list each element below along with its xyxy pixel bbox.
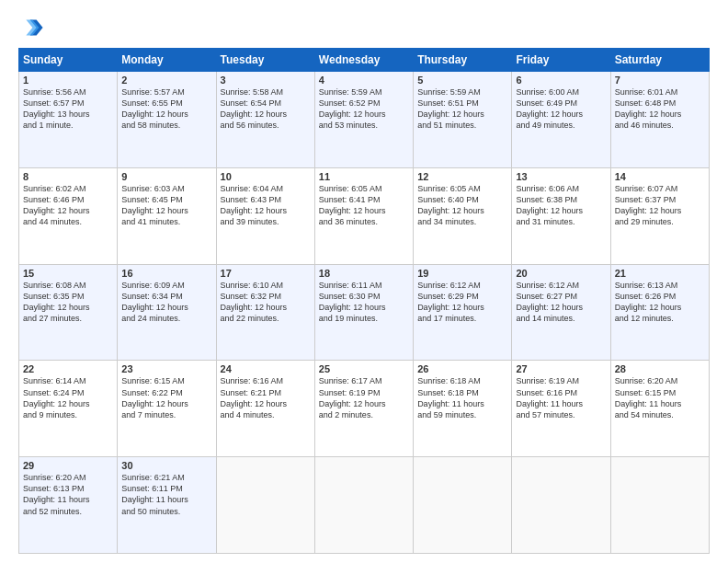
col-header-tuesday: Tuesday (216, 49, 314, 72)
calendar-cell: 22Sunrise: 6:14 AM Sunset: 6:24 PM Dayli… (19, 361, 118, 457)
calendar-cell: 12Sunrise: 6:05 AM Sunset: 6:40 PM Dayli… (414, 167, 512, 264)
day-info: Sunrise: 6:09 AM Sunset: 6:34 PM Dayligh… (121, 280, 211, 325)
day-number: 25 (319, 363, 409, 374)
day-number: 23 (121, 363, 211, 374)
calendar-cell: 23Sunrise: 6:15 AM Sunset: 6:22 PM Dayli… (118, 361, 216, 457)
day-number: 7 (615, 75, 705, 86)
day-info: Sunrise: 6:02 AM Sunset: 6:46 PM Dayligh… (23, 183, 113, 228)
day-info: Sunrise: 6:08 AM Sunset: 6:35 PM Dayligh… (23, 280, 113, 325)
col-header-friday: Friday (512, 49, 610, 72)
day-number: 6 (516, 75, 606, 86)
calendar-cell: 5Sunrise: 5:59 AM Sunset: 6:51 PM Daylig… (414, 72, 512, 168)
calendar-body: 1Sunrise: 5:56 AM Sunset: 6:57 PM Daylig… (19, 72, 710, 554)
calendar-week-row: 8Sunrise: 6:02 AM Sunset: 6:46 PM Daylig… (19, 167, 710, 264)
day-info: Sunrise: 5:56 AM Sunset: 6:57 PM Dayligh… (23, 86, 113, 132)
day-info: Sunrise: 6:20 AM Sunset: 6:13 PM Dayligh… (23, 472, 113, 517)
calendar-cell: 24Sunrise: 6:16 AM Sunset: 6:21 PM Dayli… (216, 361, 314, 457)
day-number: 21 (615, 268, 705, 279)
day-info: Sunrise: 5:57 AM Sunset: 6:55 PM Dayligh… (121, 86, 211, 132)
day-info: Sunrise: 6:00 AM Sunset: 6:49 PM Dayligh… (516, 86, 606, 132)
calendar-cell: 30Sunrise: 6:21 AM Sunset: 6:11 PM Dayli… (118, 457, 216, 554)
day-info: Sunrise: 6:17 AM Sunset: 6:19 PM Dayligh… (319, 375, 409, 420)
day-info: Sunrise: 6:05 AM Sunset: 6:40 PM Dayligh… (417, 183, 507, 228)
calendar-cell: 15Sunrise: 6:08 AM Sunset: 6:35 PM Dayli… (19, 264, 118, 361)
calendar-cell: 1Sunrise: 5:56 AM Sunset: 6:57 PM Daylig… (19, 72, 118, 168)
col-header-thursday: Thursday (414, 49, 512, 72)
day-info: Sunrise: 6:16 AM Sunset: 6:21 PM Dayligh… (221, 375, 311, 420)
day-info: Sunrise: 6:11 AM Sunset: 6:30 PM Dayligh… (319, 280, 409, 325)
day-number: 10 (221, 171, 311, 182)
day-number: 20 (516, 268, 606, 279)
day-number: 1 (23, 75, 113, 86)
calendar-cell: 21Sunrise: 6:13 AM Sunset: 6:26 PM Dayli… (610, 264, 709, 361)
day-info: Sunrise: 6:10 AM Sunset: 6:32 PM Dayligh… (221, 280, 311, 325)
header (18, 15, 710, 40)
day-info: Sunrise: 6:01 AM Sunset: 6:48 PM Dayligh… (615, 86, 705, 132)
calendar-week-row: 22Sunrise: 6:14 AM Sunset: 6:24 PM Dayli… (19, 361, 710, 457)
calendar-cell: 3Sunrise: 5:58 AM Sunset: 6:54 PM Daylig… (216, 72, 314, 168)
day-info: Sunrise: 6:20 AM Sunset: 6:15 PM Dayligh… (615, 375, 705, 420)
calendar-cell: 11Sunrise: 6:05 AM Sunset: 6:41 PM Dayli… (314, 167, 413, 264)
day-number: 24 (221, 363, 311, 374)
calendar-cell: 9Sunrise: 6:03 AM Sunset: 6:45 PM Daylig… (118, 167, 216, 264)
calendar-cell: 29Sunrise: 6:20 AM Sunset: 6:13 PM Dayli… (19, 457, 118, 554)
calendar-cell: 8Sunrise: 6:02 AM Sunset: 6:46 PM Daylig… (19, 167, 118, 264)
day-number: 11 (319, 171, 409, 182)
day-info: Sunrise: 5:58 AM Sunset: 6:54 PM Dayligh… (221, 86, 311, 132)
calendar-cell (512, 457, 610, 554)
calendar-cell: 6Sunrise: 6:00 AM Sunset: 6:49 PM Daylig… (512, 72, 610, 168)
calendar-cell: 19Sunrise: 6:12 AM Sunset: 6:29 PM Dayli… (414, 264, 512, 361)
day-number: 14 (615, 171, 705, 182)
day-info: Sunrise: 6:04 AM Sunset: 6:43 PM Dayligh… (221, 183, 311, 228)
day-number: 9 (121, 171, 211, 182)
day-info: Sunrise: 6:07 AM Sunset: 6:37 PM Dayligh… (615, 183, 705, 228)
calendar-week-row: 15Sunrise: 6:08 AM Sunset: 6:35 PM Dayli… (19, 264, 710, 361)
day-number: 8 (23, 171, 113, 182)
day-info: Sunrise: 6:21 AM Sunset: 6:11 PM Dayligh… (121, 472, 211, 517)
day-info: Sunrise: 5:59 AM Sunset: 6:52 PM Dayligh… (319, 86, 409, 132)
day-info: Sunrise: 6:15 AM Sunset: 6:22 PM Dayligh… (121, 375, 211, 420)
calendar-cell: 13Sunrise: 6:06 AM Sunset: 6:38 PM Dayli… (512, 167, 610, 264)
day-number: 22 (23, 363, 113, 374)
day-info: Sunrise: 6:05 AM Sunset: 6:41 PM Dayligh… (319, 183, 409, 228)
day-number: 28 (615, 363, 705, 374)
column-headers-row: SundayMondayTuesdayWednesdayThursdayFrid… (19, 49, 710, 72)
day-number: 26 (417, 363, 507, 374)
day-number: 30 (121, 460, 211, 471)
calendar-cell: 10Sunrise: 6:04 AM Sunset: 6:43 PM Dayli… (216, 167, 314, 264)
day-number: 16 (121, 268, 211, 279)
calendar-cell: 27Sunrise: 6:19 AM Sunset: 6:16 PM Dayli… (512, 361, 610, 457)
col-header-sunday: Sunday (19, 49, 118, 72)
day-info: Sunrise: 5:59 AM Sunset: 6:51 PM Dayligh… (417, 86, 507, 132)
day-number: 4 (319, 75, 409, 86)
calendar-cell: 28Sunrise: 6:20 AM Sunset: 6:15 PM Dayli… (610, 361, 709, 457)
day-number: 5 (417, 75, 507, 86)
calendar-week-row: 29Sunrise: 6:20 AM Sunset: 6:13 PM Dayli… (19, 457, 710, 554)
day-number: 19 (417, 268, 507, 279)
calendar-cell (610, 457, 709, 554)
col-header-saturday: Saturday (610, 49, 709, 72)
calendar-cell: 17Sunrise: 6:10 AM Sunset: 6:32 PM Dayli… (216, 264, 314, 361)
calendar-cell: 26Sunrise: 6:18 AM Sunset: 6:18 PM Dayli… (414, 361, 512, 457)
calendar-cell: 4Sunrise: 5:59 AM Sunset: 6:52 PM Daylig… (314, 72, 413, 168)
calendar-cell: 14Sunrise: 6:07 AM Sunset: 6:37 PM Dayli… (610, 167, 709, 264)
day-number: 3 (221, 75, 311, 86)
page: SundayMondayTuesdayWednesdayThursdayFrid… (0, 0, 728, 563)
calendar-cell (414, 457, 512, 554)
day-number: 2 (121, 75, 211, 86)
col-header-wednesday: Wednesday (314, 49, 413, 72)
day-info: Sunrise: 6:03 AM Sunset: 6:45 PM Dayligh… (121, 183, 211, 228)
day-number: 12 (417, 171, 507, 182)
calendar-cell: 25Sunrise: 6:17 AM Sunset: 6:19 PM Dayli… (314, 361, 413, 457)
day-number: 15 (23, 268, 113, 279)
calendar-cell: 16Sunrise: 6:09 AM Sunset: 6:34 PM Dayli… (118, 264, 216, 361)
calendar-table: SundayMondayTuesdayWednesdayThursdayFrid… (18, 48, 710, 554)
calendar-cell: 20Sunrise: 6:12 AM Sunset: 6:27 PM Dayli… (512, 264, 610, 361)
day-info: Sunrise: 6:13 AM Sunset: 6:26 PM Dayligh… (615, 280, 705, 325)
day-number: 27 (516, 363, 606, 374)
calendar-cell (314, 457, 413, 554)
calendar-cell: 7Sunrise: 6:01 AM Sunset: 6:48 PM Daylig… (610, 72, 709, 168)
logo (18, 15, 48, 40)
day-number: 18 (319, 268, 409, 279)
day-info: Sunrise: 6:19 AM Sunset: 6:16 PM Dayligh… (516, 375, 606, 420)
